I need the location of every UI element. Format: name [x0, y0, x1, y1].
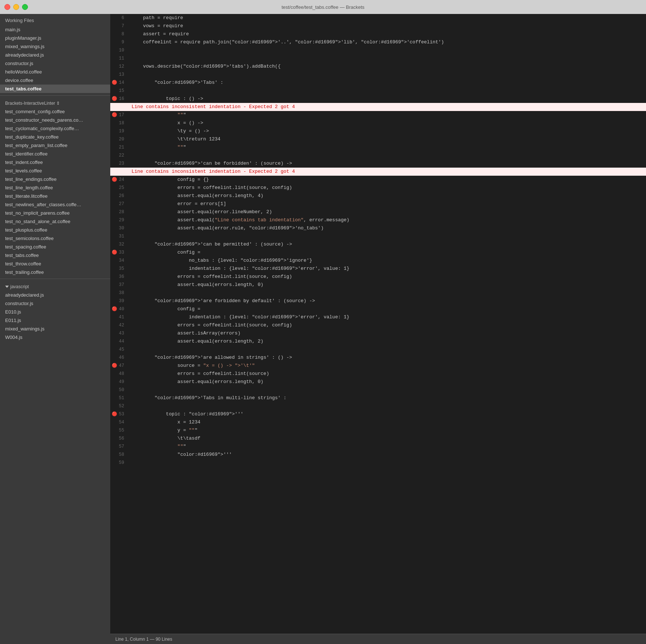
- sidebar-linter-file[interactable]: test_constructor_needs_parens.co…: [0, 116, 110, 124]
- line-content: no_tabs : {level: "color:#d16969">'ignor…: [128, 257, 646, 265]
- code-container[interactable]: 6 path = require 7 vows = require 8 asse…: [110, 14, 646, 634]
- sidebar-linter-file[interactable]: test_identifier.coffee: [0, 150, 110, 158]
- sidebar-working-file[interactable]: alreadydeclared.js: [0, 51, 110, 59]
- sidebar-linter-file[interactable]: test_no_implicit_parens.coffee: [0, 209, 110, 217]
- code-line: 58 "color:#d16969">''': [110, 451, 646, 459]
- code-line: 45: [110, 346, 646, 354]
- linter-label: Brackets-InteractiveLinter ⇕: [5, 101, 60, 106]
- traffic-lights: [4, 4, 28, 10]
- sidebar-js-file[interactable]: E011.js: [0, 316, 110, 325]
- sidebar-working-file[interactable]: device.coffee: [0, 76, 110, 85]
- line-content: [128, 346, 646, 354]
- line-content: errors = coffeelint.lint(source): [128, 370, 646, 378]
- code-line: 19 \ty = () ->: [110, 127, 646, 135]
- sidebar-js-file[interactable]: W004.js: [0, 333, 110, 341]
- line-content: topic : "color:#d16969">''': [128, 410, 646, 418]
- line-content: [128, 232, 646, 240]
- code-line: 6 path = require: [110, 14, 646, 22]
- line-content: [128, 71, 646, 79]
- sidebar-js-file[interactable]: alreadydeclared.js: [0, 291, 110, 299]
- error-banner: Line contains inconsistent indentation -…: [128, 103, 646, 111]
- line-content: "color:#d16969">''': [128, 451, 646, 459]
- error-marker-icon: 🔴: [112, 362, 117, 370]
- sidebar-linter-file[interactable]: test_semicolons.coffee: [0, 234, 110, 243]
- code-line: 56 \t\tasdf: [110, 434, 646, 443]
- sidebar-linter-file[interactable]: test_comment_config.coffee: [0, 107, 110, 116]
- sidebar-linter-file[interactable]: test_levels.coffee: [0, 167, 110, 175]
- sidebar-working-file[interactable]: helloWorld.coffee: [0, 68, 110, 76]
- sidebar-working-file[interactable]: constructor.js: [0, 59, 110, 68]
- sidebar-js-file[interactable]: E010.js: [0, 308, 110, 316]
- sidebar-linter-file[interactable]: test_empty_param_list.coffee: [0, 141, 110, 150]
- code-line: 30 assert.equal(error.rule, "color:#d169…: [110, 224, 646, 232]
- sidebar-js-file[interactable]: constructor.js: [0, 299, 110, 308]
- sidebar-linter-file[interactable]: test_throw.coffee: [0, 260, 110, 268]
- line-content: indentation : {level: "color:#d16969">'e…: [128, 313, 646, 321]
- sidebar-js-file[interactable]: mixed_warnings.js: [0, 325, 110, 333]
- sidebar-linter-file[interactable]: test_newlines_after_classes.coffe…: [0, 200, 110, 209]
- sidebar-linter-file[interactable]: test_indent.coffee: [0, 158, 110, 167]
- code-line: 31: [110, 232, 646, 240]
- line-content: [128, 402, 646, 410]
- error-marker-icon: 🔴: [112, 111, 117, 119]
- line-content: [128, 151, 646, 160]
- sidebar-linter-file[interactable]: test_literate.litcoffee: [0, 192, 110, 200]
- error-banner-row: Line contains inconsistent indentation -…: [110, 168, 646, 176]
- line-content: indentation : {level: "color:#d16969">'e…: [128, 265, 646, 273]
- line-content: error = errors[1]: [128, 200, 646, 208]
- minimize-button[interactable]: [13, 4, 19, 10]
- sidebar-linter-file[interactable]: test_line_endings.coffee: [0, 175, 110, 183]
- line-content: x = 1234: [128, 418, 646, 426]
- code-line: 23 "color:#d16969">'can be forbidden' : …: [110, 160, 646, 168]
- sidebar-working-file[interactable]: mixed_warnings.js: [0, 42, 110, 51]
- sidebar-linter-file[interactable]: test_cyclomatic_complexity.coffe…: [0, 124, 110, 133]
- triangle-icon: [5, 286, 9, 288]
- code-line: 41 indentation : {level: "color:#d16969"…: [110, 313, 646, 321]
- error-marker-icon: 🔴: [112, 176, 117, 184]
- code-line: 49 assert.equal(errors.length, 0): [110, 378, 646, 386]
- close-button[interactable]: [4, 4, 10, 10]
- error-banner: Line contains inconsistent indentation -…: [128, 168, 646, 176]
- line-content: [128, 386, 646, 394]
- line-content: "color:#d16969">'Tabs' :: [128, 79, 646, 87]
- sidebar-linter-file[interactable]: test_trailing.coffee: [0, 268, 110, 276]
- code-line: 🔴24 config = {}: [110, 176, 646, 184]
- sidebar-working-file[interactable]: pluginManager.js: [0, 34, 110, 42]
- error-marker-icon: 🔴: [112, 410, 117, 418]
- code-line: 48 errors = coffeelint.lint(source): [110, 370, 646, 378]
- sidebar-linter-file[interactable]: test_duplicate_key.coffee: [0, 133, 110, 141]
- working-files-list: main.jspluginManager.jsmixed_warnings.js…: [0, 25, 110, 93]
- code-line: 20 \t\treturn 1234: [110, 135, 646, 143]
- linter-files-list: test_comment_config.coffeetest_construct…: [0, 107, 110, 276]
- code-line: 13: [110, 71, 646, 79]
- line-content: assert.equal(error.lineNumber, 2): [128, 208, 646, 216]
- line-content: vows.describe("color:#d16969">'tabs').ad…: [128, 62, 646, 71]
- code-line: 38: [110, 289, 646, 297]
- code-line: 🔴47 source = "x = () -> ">'\t'": [110, 362, 646, 370]
- maximize-button[interactable]: [22, 4, 28, 10]
- sidebar-linter-file[interactable]: test_plusplus.coffee: [0, 226, 110, 234]
- line-content: assert.isArray(errors): [128, 329, 646, 337]
- code-line: 37 assert.equal(errors.length, 0): [110, 281, 646, 289]
- line-content: errors = coffeelint.lint(source, config): [128, 184, 646, 192]
- sidebar-linter-file[interactable]: test_line_length.coffee: [0, 183, 110, 192]
- line-content: config =: [128, 305, 646, 313]
- sidebar-linter-file[interactable]: test_spacing.coffee: [0, 243, 110, 251]
- code-line: 34 no_tabs : {level: "color:#d16969">'ig…: [110, 257, 646, 265]
- sidebar-working-file[interactable]: main.js: [0, 25, 110, 34]
- sidebar-linter-file[interactable]: test_tabs.coffee: [0, 251, 110, 260]
- main-layout: Working Files main.jspluginManager.jsmix…: [0, 14, 646, 644]
- sidebar-working-file[interactable]: test_tabs.coffee: [0, 85, 110, 93]
- code-line: 54 x = 1234: [110, 418, 646, 426]
- js-files-list: alreadydeclared.jsconstructor.jsE010.jsE…: [0, 291, 110, 341]
- js-group-header: javascript: [0, 281, 110, 291]
- line-content: """: [128, 443, 646, 451]
- status-text: Line 1, Column 1 — 90 Lines: [115, 637, 172, 642]
- code-line: 🔴53 topic : "color:#d16969">''': [110, 410, 646, 418]
- code-line: 12 vows.describe("color:#d16969">'tabs')…: [110, 62, 646, 71]
- line-content: assert.equal(errors.length, 2): [128, 337, 646, 346]
- sidebar: Working Files main.jspluginManager.jsmix…: [0, 14, 110, 644]
- line-content: \t\tasdf: [128, 434, 646, 443]
- sidebar-linter-file[interactable]: test_no_stand_alone_at.coffee: [0, 217, 110, 226]
- line-content: \ty = () ->: [128, 127, 646, 135]
